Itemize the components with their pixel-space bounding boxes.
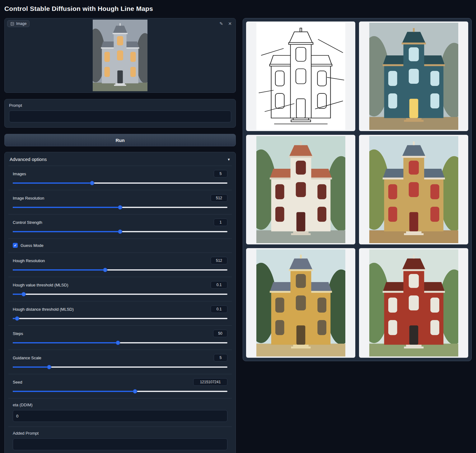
advanced-group-hough-value-threshold-mlsd: Hough value threshold (MLSD) xyxy=(8,277,232,301)
slider-handle-guidance-scale[interactable] xyxy=(47,365,51,369)
controls-column: Image ✎ ✕ Prompt Run Advanced options ▼ xyxy=(4,18,236,453)
page-title: Control Stable Diffusion with Hough Line… xyxy=(4,5,472,12)
checkbox-label-guess-mode[interactable]: Guess Mode xyxy=(21,243,44,248)
advanced-group-guess-mode: ✔Guess Mode xyxy=(8,238,232,252)
image-upload-label: Image xyxy=(7,20,30,27)
slider-label-control-strength: Control Strength xyxy=(13,220,42,225)
advanced-group-guidance-scale: Guidance Scale xyxy=(8,350,232,374)
slider-handle-hough-resolution[interactable] xyxy=(103,268,107,272)
slider-value-steps[interactable] xyxy=(213,330,227,337)
slider-seed[interactable] xyxy=(13,389,227,394)
slider-value-seed[interactable] xyxy=(193,378,227,386)
slider-control-strength[interactable] xyxy=(13,229,227,234)
slider-handle-hough-value-threshold-mlsd[interactable] xyxy=(21,292,26,296)
results-column xyxy=(243,18,472,361)
gallery-image-teal-victorian-painting xyxy=(369,23,458,130)
field-input-added-prompt[interactable] xyxy=(13,438,227,450)
slider-value-hough-value-threshold-mlsd[interactable] xyxy=(211,281,227,289)
advanced-group-images: Images xyxy=(8,166,232,190)
slider-label-seed: Seed xyxy=(13,380,22,385)
input-image-picture xyxy=(93,20,147,91)
slider-label-image-resolution: Image Resolution xyxy=(13,196,44,201)
gallery-item-hough-line-map[interactable] xyxy=(246,21,355,131)
edit-image-button[interactable]: ✎ xyxy=(219,21,224,26)
advanced-group-added-prompt: Added Prompt xyxy=(8,427,232,453)
slider-label-images: Images xyxy=(13,172,26,176)
image-icon xyxy=(10,22,14,26)
advanced-group-hough-distance-threshold-mlsd: Hough distance threshold (MLSD) xyxy=(8,301,232,325)
result-gallery xyxy=(243,18,472,361)
slider-label-hough-value-threshold-mlsd: Hough value threshold (MLSD) xyxy=(13,283,68,287)
gallery-image-white-victorian-painting xyxy=(256,136,345,243)
field-label-added-prompt: Added Prompt xyxy=(13,431,227,436)
gallery-item-teal-victorian-painting[interactable] xyxy=(359,21,468,131)
advanced-group-steps: Steps xyxy=(8,325,232,350)
advanced-options-body: ImagesImage ResolutionControl Strength✔G… xyxy=(5,166,236,453)
slider-value-control-strength[interactable] xyxy=(214,219,227,226)
advanced-options-header[interactable]: Advanced options ▼ xyxy=(5,152,236,166)
gallery-item-golden-victorian-painting[interactable] xyxy=(246,248,355,358)
slider-handle-steps[interactable] xyxy=(116,341,120,345)
slider-value-hough-distance-threshold-mlsd[interactable] xyxy=(211,305,227,313)
gallery-image-golden-victorian-painting xyxy=(256,249,345,356)
slider-steps[interactable] xyxy=(13,341,227,345)
gallery-image-tan-victorian-painting xyxy=(369,136,458,243)
image-tools: ✎ ✕ xyxy=(219,21,232,26)
input-image xyxy=(93,20,147,91)
advanced-group-image-resolution: Image Resolution xyxy=(8,190,232,214)
slider-handle-seed[interactable] xyxy=(133,389,137,394)
gallery-item-white-victorian-painting[interactable] xyxy=(246,135,355,244)
prompt-block: Prompt xyxy=(4,99,236,128)
slider-handle-images[interactable] xyxy=(90,181,94,185)
advanced-options-accordion: Advanced options ▼ ImagesImage Resolutio… xyxy=(4,152,236,453)
slider-label-steps: Steps xyxy=(13,331,23,336)
run-button[interactable]: Run xyxy=(4,134,236,146)
advanced-options-title: Advanced options xyxy=(10,157,47,162)
slider-handle-hough-distance-threshold-mlsd[interactable] xyxy=(15,316,19,321)
advanced-group-eta-ddim: eta (DDIM) xyxy=(8,398,232,427)
main-columns: Image ✎ ✕ Prompt Run Advanced options ▼ xyxy=(4,18,472,453)
gallery-item-red-brick-victorian-painting[interactable] xyxy=(359,248,468,358)
advanced-group-hough-resolution: Hough Resolution xyxy=(8,252,232,277)
slider-value-images[interactable] xyxy=(214,170,227,177)
slider-label-guidance-scale: Guidance Scale xyxy=(13,356,41,360)
slider-images[interactable] xyxy=(13,181,227,185)
advanced-group-seed: Seed xyxy=(8,374,232,398)
gallery-image-red-brick-victorian-painting xyxy=(369,249,458,356)
advanced-group-control-strength: Control Strength xyxy=(8,214,232,238)
field-input-eta-ddim[interactable] xyxy=(13,410,227,422)
slider-guidance-scale[interactable] xyxy=(13,365,227,369)
prompt-input[interactable] xyxy=(9,111,231,122)
slider-hough-resolution[interactable] xyxy=(13,268,227,272)
slider-handle-control-strength[interactable] xyxy=(118,229,122,234)
gallery-item-tan-victorian-painting[interactable] xyxy=(359,135,468,244)
image-upload[interactable]: Image ✎ ✕ xyxy=(4,18,236,93)
checkbox-guess-mode[interactable]: ✔ xyxy=(13,243,18,248)
prompt-label: Prompt xyxy=(9,103,231,108)
chevron-down-icon: ▼ xyxy=(227,158,231,161)
slider-value-image-resolution[interactable] xyxy=(211,194,227,202)
slider-label-hough-distance-threshold-mlsd: Hough distance threshold (MLSD) xyxy=(13,307,74,312)
slider-hough-value-threshold-mlsd[interactable] xyxy=(13,292,227,296)
slider-hough-distance-threshold-mlsd[interactable] xyxy=(13,316,227,321)
clear-image-button[interactable]: ✕ xyxy=(227,21,232,26)
slider-value-hough-resolution[interactable] xyxy=(211,257,227,264)
gallery-image-hough-line-map xyxy=(256,23,345,130)
field-label-eta-ddim: eta (DDIM) xyxy=(13,403,227,407)
image-upload-label-text: Image xyxy=(16,21,26,26)
slider-handle-image-resolution[interactable] xyxy=(118,205,122,210)
slider-image-resolution[interactable] xyxy=(13,205,227,210)
slider-value-guidance-scale[interactable] xyxy=(214,354,227,361)
slider-label-hough-resolution: Hough Resolution xyxy=(13,258,45,263)
page: Control Stable Diffusion with Hough Line… xyxy=(0,0,476,453)
